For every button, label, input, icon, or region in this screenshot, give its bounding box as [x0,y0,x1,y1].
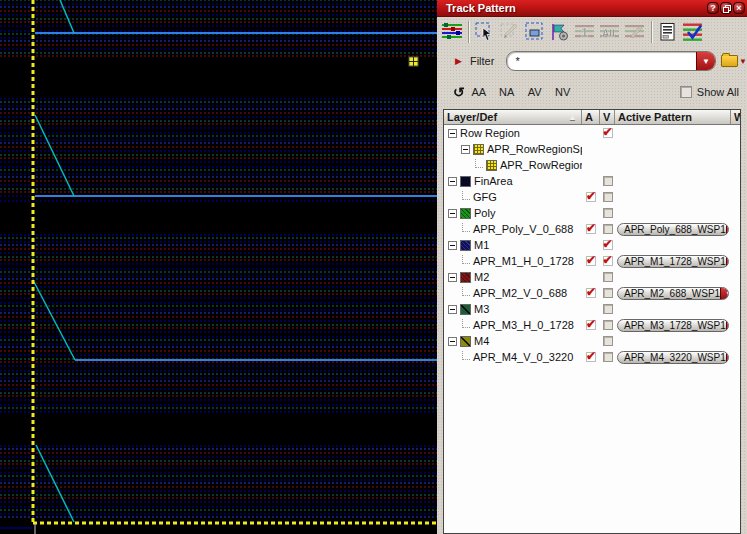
collapse-expander-icon[interactable] [448,129,457,138]
dropdown-arrow-icon[interactable]: ▼ [726,351,729,364]
visible-checkbox[interactable] [603,208,613,218]
collapse-expander-icon[interactable] [448,337,457,346]
filter-label: Filter [470,55,494,67]
collapse-expander-icon[interactable] [461,145,470,154]
column-header-w[interactable]: W [731,110,740,124]
filter-dropdown-arrow-icon[interactable]: ▼ [696,52,715,70]
layer-label: APR_M3_H_0_1728 [473,319,574,331]
layer-swatch-icon [460,240,471,251]
column-header-layer-def[interactable]: Layer/Def ▲ [444,110,582,124]
tree-row[interactable]: GFG [444,189,740,205]
collapse-expander-icon[interactable] [448,273,457,282]
tree-row[interactable]: APR_M2_V_0_688APR_M2_688_WSP1▼ [444,285,740,301]
close-button[interactable]: × [733,2,745,14]
tree-row[interactable]: APR_RowRegion [444,157,740,173]
restore-button[interactable] [720,2,732,14]
apply-one-icon[interactable]: 1 [573,20,598,44]
visible-checkbox-checked[interactable] [603,128,613,138]
apply-all-icon[interactable]: All [598,20,623,44]
tree-row[interactable]: M4 [444,333,740,349]
active-checkbox-checked[interactable] [586,256,596,266]
filter-collapse-arrow-icon[interactable]: ▶ [455,56,462,66]
edit-tracks-icon[interactable] [498,20,523,44]
visible-checkbox[interactable] [603,192,613,202]
column-header-visible[interactable]: V [600,110,615,124]
layer-label: APR_RowRegionSpec [487,143,582,155]
tree-row[interactable]: M1 [444,237,740,253]
column-header-active[interactable]: A [582,110,600,124]
tree-row[interactable]: APR_Poly_V_0_688APR_Poly_688_WSP1▼ [444,221,740,237]
none-active-button[interactable]: NA [493,86,521,98]
layer-label: FinArea [474,175,513,187]
show-all-label: Show All [697,86,739,98]
tree-row[interactable]: APR_M3_H_0_1728APR_M3_1728_WSP1▼ [444,317,740,333]
flag-settings-icon[interactable] [548,20,573,44]
visible-checkbox[interactable] [603,288,613,298]
layer-label: APR_Poly_V_0_688 [473,223,573,235]
active-pattern-dropdown[interactable]: APR_M1_1728_WSP1▼ [617,255,729,268]
none-visible-button[interactable]: NV [549,86,577,98]
verify-tracks-icon[interactable] [681,20,706,44]
layout-canvas[interactable] [0,0,437,534]
tree-row[interactable]: APR_M4_V_0_3220APR_M4_3220_WSP1▼ [444,349,740,365]
active-checkbox-checked[interactable] [586,352,596,362]
tree-row[interactable]: APR_M1_H_0_1728APR_M1_1728_WSP1▼ [444,253,740,269]
dropdown-arrow-icon[interactable]: ▼ [726,223,729,236]
collapse-expander-icon[interactable] [448,305,457,314]
visible-checkbox[interactable] [603,272,613,282]
collapse-expander-icon[interactable] [448,209,457,218]
show-all-checkbox[interactable] [680,86,692,98]
tree-row[interactable]: APR_RowRegionSpec [444,141,740,157]
visible-checkbox[interactable] [603,352,613,362]
toolbar-separator [468,21,470,43]
visible-checkbox[interactable] [603,176,613,186]
active-checkbox-checked[interactable] [586,320,596,330]
visible-checkbox[interactable] [603,224,613,234]
dropdown-arrow-icon[interactable]: ▼ [726,319,729,332]
visible-checkbox[interactable] [603,336,613,346]
tree-row[interactable]: M2 [444,269,740,285]
active-pattern-dropdown[interactable]: APR_M2_688_WSP1▼ [617,287,729,300]
tree-connector [462,287,470,296]
column-header-active-pattern[interactable]: Active Pattern [615,110,731,124]
collapse-expander-icon[interactable] [448,177,457,186]
restore-icon [723,5,730,12]
window-controls: ?× [707,2,747,14]
tree-row[interactable]: M3 [444,301,740,317]
active-checkbox-checked[interactable] [586,224,596,234]
tree-row[interactable]: Row Region [444,125,740,141]
select-tracks-icon[interactable] [473,20,498,44]
form-view-icon[interactable] [656,20,681,44]
all-active-button[interactable]: AA [465,86,493,98]
help-button[interactable]: ? [707,2,719,14]
filter-value: * [507,55,696,67]
tree-row[interactable]: Poly [444,205,740,221]
tree-connector [462,223,470,232]
layer-swatch-icon [460,336,471,347]
title-bar[interactable]: Track Pattern ?× [437,0,747,17]
region-tracks-icon[interactable] [523,20,548,44]
active-pattern-value: APR_M4_3220_WSP1 [618,352,726,363]
dropdown-arrow-icon[interactable]: ▼ [726,255,729,268]
filter-combobox[interactable]: * ▼ [506,51,716,71]
track-pattern-icon[interactable] [440,20,465,44]
collapse-expander-icon[interactable] [448,241,457,250]
load-pattern-button[interactable]: ▼ [721,55,747,67]
layer-swatch-icon [460,272,471,283]
refresh-icon[interactable]: ↻ [453,84,465,100]
active-checkbox-checked[interactable] [586,192,596,202]
active-pattern-dropdown[interactable]: APR_M3_1728_WSP1▼ [617,319,729,332]
visible-checkbox-checked[interactable] [603,240,613,250]
tree-row[interactable]: FinArea [444,173,740,189]
active-pattern-dropdown[interactable]: APR_M4_3220_WSP1▼ [617,351,729,364]
visible-checkbox[interactable] [603,320,613,330]
active-pattern-dropdown[interactable]: APR_Poly_688_WSP1▼ [617,223,729,236]
dropdown-arrow-icon[interactable]: ▼ [720,287,729,300]
layer-label: APR_M1_H_0_1728 [473,255,574,267]
update-tracks-icon[interactable] [623,20,648,44]
active-checkbox-checked[interactable] [586,288,596,298]
layer-label: M3 [474,303,489,315]
visible-checkbox-checked[interactable] [603,256,613,266]
all-visible-button[interactable]: AV [521,86,549,98]
visible-checkbox[interactable] [603,304,613,314]
